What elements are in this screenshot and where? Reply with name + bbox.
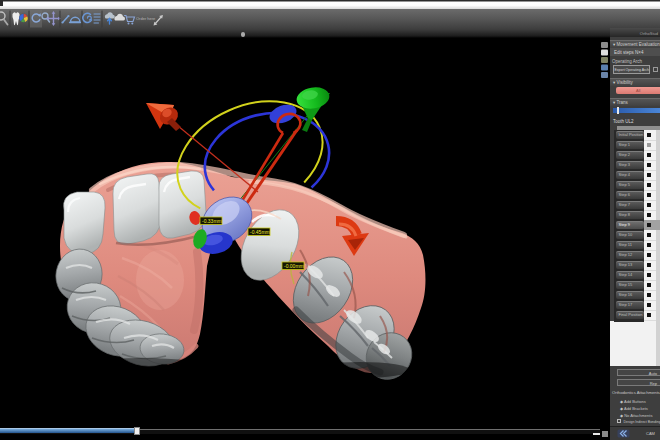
svg-text:-0.00mm: -0.00mm: [284, 263, 304, 269]
svg-text:-0.45mm: -0.45mm: [250, 229, 270, 235]
svg-text:-0.33mm: -0.33mm: [202, 218, 222, 224]
